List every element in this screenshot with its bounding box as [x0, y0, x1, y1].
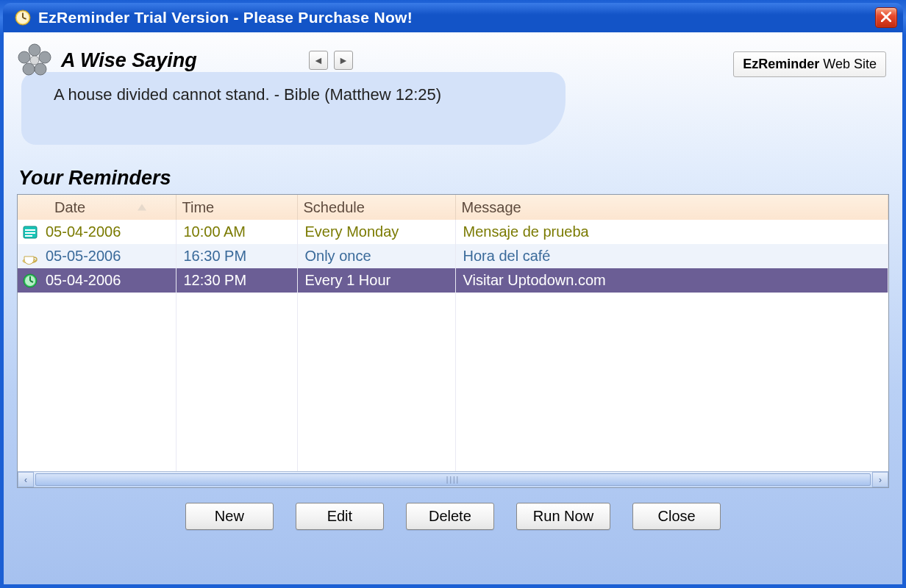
- scroll-track[interactable]: ||||: [34, 472, 872, 487]
- saying-text: A house divided cannot stand. - Bible (M…: [54, 85, 441, 104]
- svg-point-9: [30, 56, 39, 65]
- website-brand: EzReminder: [743, 57, 819, 71]
- close-window-button[interactable]: [875, 7, 897, 28]
- cell-message: Visitar Uptodown.com: [455, 268, 888, 293]
- app-clock-icon: [15, 10, 31, 26]
- svg-rect-11: [25, 229, 35, 231]
- edit-button[interactable]: Edit: [296, 503, 384, 530]
- cell-date: 05-04-2006: [46, 223, 121, 240]
- client-area: A Wise Saying ◄ ► EzReminder Web Site A …: [3, 32, 903, 585]
- saying-nav: ◄ ►: [309, 51, 353, 70]
- cell-time: 10:00 AM: [176, 220, 297, 244]
- cell-message: Hora del café: [455, 244, 888, 268]
- column-header-schedule[interactable]: Schedule: [297, 195, 455, 220]
- svg-point-5: [39, 51, 51, 63]
- website-link-button[interactable]: EzReminder Web Site: [733, 51, 886, 77]
- chevron-left-icon: ‹: [24, 475, 27, 485]
- button-row: New Edit Delete Run Now Close: [17, 503, 889, 530]
- cell-message: Mensaje de prueba: [455, 220, 888, 244]
- scroll-left-button[interactable]: ‹: [18, 472, 34, 487]
- svg-rect-13: [25, 235, 32, 237]
- cell-time: 12:30 PM: [176, 268, 297, 293]
- website-suffix: Web Site: [819, 57, 877, 71]
- column-header-message[interactable]: Message: [455, 195, 888, 220]
- horizontal-scrollbar[interactable]: ‹ |||| ›: [18, 471, 888, 487]
- calendar-icon: [22, 224, 38, 240]
- cell-date: 05-04-2006: [46, 272, 121, 288]
- cell-date: 05-05-2006: [46, 248, 121, 264]
- title-bar[interactable]: EzReminder Trial Version - Please Purcha…: [3, 3, 903, 32]
- close-button[interactable]: Close: [632, 503, 721, 530]
- reminders-grid: Date Time Schedule Message: [17, 194, 889, 488]
- column-header-time[interactable]: Time: [176, 195, 297, 220]
- svg-point-6: [35, 63, 46, 75]
- clock-icon: [22, 273, 38, 289]
- column-header-date[interactable]: Date: [18, 195, 176, 220]
- run-now-button[interactable]: Run Now: [516, 503, 610, 530]
- grid-header-row: Date Time Schedule Message: [18, 195, 888, 220]
- chevron-right-icon: ›: [879, 475, 882, 485]
- app-window: EzReminder Trial Version - Please Purcha…: [0, 0, 906, 588]
- cell-time: 16:30 PM: [176, 244, 297, 268]
- reminder-row[interactable]: 05-05-2006 16:30 PM Only once Hora del c…: [18, 244, 888, 268]
- scroll-right-button[interactable]: ›: [872, 472, 888, 487]
- svg-rect-12: [25, 232, 35, 234]
- saying-heading: A Wise Saying: [61, 49, 197, 72]
- close-icon: [881, 10, 891, 26]
- saying-bubble: A house divided cannot stand. - Bible (M…: [21, 72, 566, 145]
- reminder-row-selected[interactable]: 05-04-2006 12:30 PM Every 1 Hour Visitar…: [18, 268, 888, 293]
- prev-saying-button[interactable]: ◄: [309, 51, 328, 70]
- cell-schedule: Every 1 Hour: [297, 268, 455, 293]
- scroll-grip-icon: ||||: [446, 476, 460, 484]
- svg-point-7: [23, 63, 35, 75]
- reminders-heading: Your Reminders: [18, 167, 889, 190]
- arrow-left-icon: ◄: [313, 54, 324, 66]
- svg-point-4: [29, 44, 40, 56]
- arrow-right-icon: ►: [338, 54, 349, 66]
- window-title: EzReminder Trial Version - Please Purcha…: [38, 9, 875, 26]
- flower-icon: [17, 43, 52, 78]
- delete-button[interactable]: Delete: [406, 503, 494, 530]
- cell-schedule: Only once: [297, 244, 455, 268]
- coffee-icon: [22, 248, 38, 265]
- svg-point-8: [18, 51, 30, 63]
- sort-ascending-icon: [138, 204, 146, 211]
- new-button[interactable]: New: [185, 503, 274, 530]
- reminder-row[interactable]: 05-04-2006 10:00 AM Every Monday Mensaje…: [18, 220, 888, 244]
- cell-schedule: Every Monday: [297, 220, 455, 244]
- next-saying-button[interactable]: ►: [334, 51, 353, 70]
